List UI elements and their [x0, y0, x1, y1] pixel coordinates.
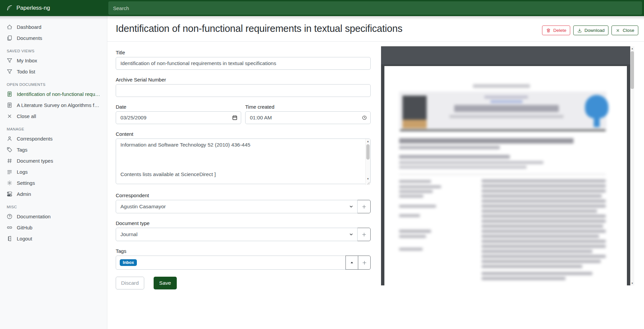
- preview-scrollbar[interactable]: ▲ ▼: [630, 46, 634, 285]
- document-type-value: Journal: [120, 231, 138, 237]
- tags-dropdown-toggle[interactable]: [345, 256, 358, 270]
- add-tag-button[interactable]: [358, 256, 371, 270]
- close-button[interactable]: Close: [611, 25, 638, 35]
- document-type-select[interactable]: Journal: [116, 228, 358, 241]
- link-icon: [7, 225, 12, 230]
- scroll-up-arrow[interactable]: ▲: [630, 46, 634, 51]
- sidebar-heading-misc: MISC: [0, 200, 107, 211]
- calendar-icon[interactable]: [232, 115, 237, 120]
- sidebar-item-my-inbox[interactable]: My Inbox: [0, 55, 107, 66]
- funnel-icon: [7, 58, 12, 63]
- sidebar-item-documents[interactable]: Documents: [0, 33, 107, 44]
- paperless-leaf-logo-icon: [6, 5, 13, 11]
- brand[interactable]: Paperless-ng: [0, 5, 107, 11]
- asn-group: Archive Serial Number: [116, 77, 371, 97]
- tags-input[interactable]: Inbox: [116, 256, 346, 270]
- trash-icon: [546, 28, 551, 33]
- sidebar-item-close-all[interactable]: Close all: [0, 111, 107, 122]
- scroll-down-arrow[interactable]: ▼: [630, 281, 634, 285]
- sidebar-item-tags[interactable]: Tags: [0, 144, 107, 155]
- document-header: Identification of non-functional require…: [107, 16, 644, 42]
- chevron-down-icon: [349, 232, 354, 237]
- sidebar-item-label: Logs: [17, 169, 28, 175]
- sidebar-item-label: Documentation: [17, 214, 51, 219]
- pdf-viewer-toolbar: [381, 46, 630, 64]
- delete-label: Delete: [553, 28, 566, 33]
- scrollbar-thumb[interactable]: [631, 51, 634, 89]
- sidebar: Dashboard Documents SAVED VIEWS My Inbox…: [0, 16, 107, 329]
- tag-icon: [7, 147, 12, 153]
- funnel-icon: [7, 69, 12, 74]
- sidebar-item-label: Documents: [17, 35, 42, 41]
- correspondent-select[interactable]: Agustin Casamayor: [116, 200, 358, 213]
- sidebar-open-document-2[interactable]: A Literature Survey on Algorithms for Mu…: [0, 100, 107, 111]
- discard-button[interactable]: Discard: [116, 277, 144, 289]
- sidebar-item-label: A Literature Survey on Algorithms for Mu…: [17, 102, 100, 108]
- file-text-icon: [7, 91, 12, 97]
- title-label: Title: [116, 50, 371, 55]
- sidebar-item-documentation[interactable]: Documentation: [0, 211, 107, 222]
- scroll-down-arrow[interactable]: ▼: [366, 176, 370, 181]
- chevron-down-icon: [349, 204, 354, 209]
- title-group: Title: [116, 50, 371, 70]
- sidebar-item-correspondents[interactable]: Correspondents: [0, 133, 107, 144]
- document-type-label: Document type: [116, 220, 371, 226]
- sidebar-item-document-types[interactable]: Document types: [0, 155, 107, 166]
- save-button[interactable]: Save: [154, 277, 177, 289]
- textarea-scrollbar[interactable]: ▲ ▼: [365, 139, 370, 185]
- search-input[interactable]: [108, 1, 642, 15]
- date-time-row: Date Time created: [116, 104, 371, 124]
- person-icon: [7, 136, 12, 142]
- close-label: Close: [623, 28, 634, 33]
- sidebar-item-github[interactable]: GitHub: [0, 222, 107, 233]
- sidebar-item-logs[interactable]: Logs: [0, 166, 107, 177]
- question-circle-icon: [7, 214, 12, 219]
- title-input[interactable]: [116, 57, 371, 70]
- content-group: Content Information and Software Technol…: [116, 131, 371, 185]
- scrollbar-thumb[interactable]: [366, 144, 370, 160]
- sidebar-item-label: Admin: [17, 191, 31, 197]
- document-edit-form: Title Archive Serial Number Date Time cr…: [116, 50, 371, 289]
- add-correspondent-button[interactable]: [357, 200, 371, 213]
- asn-label: Archive Serial Number: [116, 77, 371, 83]
- scroll-up-arrow[interactable]: ▲: [366, 139, 370, 144]
- toggles-icon: [7, 191, 12, 197]
- clock-icon[interactable]: [362, 115, 367, 120]
- file-text-icon: [7, 102, 12, 108]
- add-document-type-button[interactable]: [357, 228, 371, 241]
- time-group: Time created: [245, 104, 371, 124]
- sidebar-heading-open-documents: OPEN DOCUMENTS: [0, 77, 107, 89]
- content-textarea[interactable]: Information and Software Technology 52 (…: [116, 139, 371, 184]
- sidebar-item-label: Todo list: [17, 69, 35, 74]
- sidebar-open-document-1[interactable]: Identification of non-functional require…: [0, 89, 107, 100]
- pdf-page: [384, 66, 627, 285]
- download-icon: [577, 28, 582, 33]
- sidebar-item-label: Close all: [17, 113, 36, 119]
- tags-label: Tags: [116, 248, 371, 254]
- sidebar-item-logout[interactable]: Logout: [0, 233, 107, 244]
- resize-grip[interactable]: [367, 181, 370, 185]
- sidebar-item-admin[interactable]: Admin: [0, 188, 107, 200]
- time-created-input[interactable]: [245, 111, 371, 124]
- download-button[interactable]: Download: [573, 25, 608, 35]
- correspondent-value: Agustin Casamayor: [120, 204, 166, 210]
- list-icon: [7, 169, 12, 175]
- tags-group: Tags Inbox: [116, 248, 371, 270]
- date-input[interactable]: [116, 111, 241, 124]
- sidebar-item-settings[interactable]: Settings: [0, 177, 107, 188]
- asn-input[interactable]: [116, 84, 371, 97]
- hash-icon: [7, 158, 12, 164]
- date-group: Date: [116, 104, 241, 124]
- sidebar-item-dashboard[interactable]: Dashboard: [0, 21, 107, 33]
- gear-icon: [7, 180, 12, 186]
- sidebar-heading-saved-views: SAVED VIEWS: [0, 44, 107, 55]
- page-title: Identification of non-functional require…: [116, 23, 402, 34]
- tag-badge-inbox: Inbox: [120, 259, 137, 266]
- date-label: Date: [116, 104, 241, 110]
- delete-button[interactable]: Delete: [542, 25, 570, 35]
- sidebar-heading-manage: MANAGE: [0, 122, 107, 133]
- sidebar-item-label: Logout: [17, 236, 32, 241]
- app-title: Paperless-ng: [16, 5, 50, 11]
- document-preview-pane: ▲ ▼: [381, 46, 634, 285]
- sidebar-item-todo-list[interactable]: Todo list: [0, 66, 107, 77]
